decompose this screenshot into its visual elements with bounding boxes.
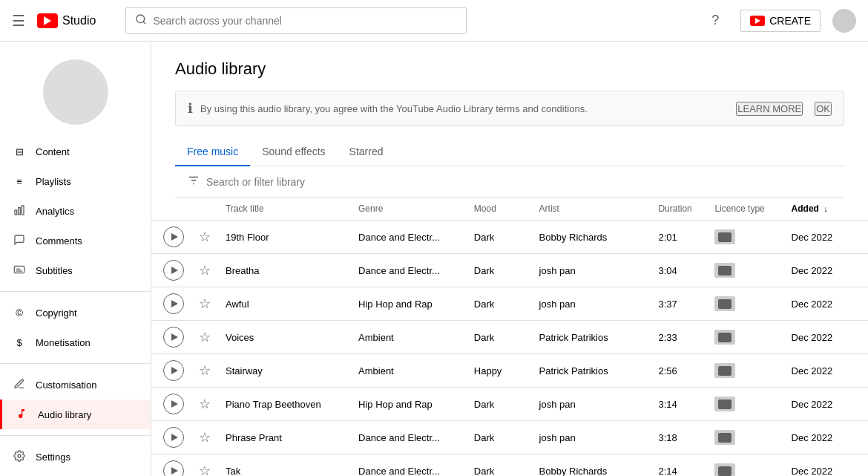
customisation-icon [12,378,27,392]
track-genre: Dance and Electr... [352,421,468,454]
header: ☰ Studio ? CREATE [0,0,868,42]
sidebar-label-audio-library: Audio library [38,409,91,420]
tracks-table-body: ☆ 19th Floor Dance and Electr... Dark Bo… [151,221,868,477]
track-artist: Bobby Richards [533,454,653,477]
track-license [708,321,785,354]
track-mood: Dark [468,388,533,421]
play-button[interactable] [163,360,184,381]
help-button[interactable]: ? [702,7,729,34]
yt-license-badge [714,363,735,378]
star-cell: ☆ [190,287,220,321]
play-button[interactable] [163,327,184,348]
notice-bar: ℹ By using this audio library, you agree… [175,91,844,126]
star-button[interactable]: ☆ [196,295,214,313]
menu-toggle[interactable]: ☰ [12,12,25,30]
settings-icon [12,450,27,464]
track-mood: Dark [468,221,533,254]
sidebar-avatar[interactable] [43,59,108,125]
track-added: Dec 2022 [786,287,868,321]
play-button[interactable] [163,460,184,476]
track-mood: Happy [468,354,533,388]
sidebar-label-analytics: Analytics [36,206,74,217]
analytics-icon [12,204,27,218]
sidebar-divider-1 [0,291,151,292]
star-cell: ☆ [190,421,220,454]
track-artist: Patrick Patrikios [533,354,653,388]
play-button[interactable] [163,293,184,314]
sidebar-item-subtitles[interactable]: Subtitles [0,255,151,285]
svg-rect-4 [22,206,24,215]
col-mood: Mood [468,198,533,221]
audio-library-icon [14,408,29,422]
learn-more-button[interactable]: LEARN MORE [736,102,803,116]
yt-badge-inner [718,232,731,242]
track-genre: Hip Hop and Rap [352,388,468,421]
sidebar: ⊟ Content ≡ Playlists Analytics Comments… [0,42,151,476]
col-duration: Duration [652,198,708,221]
search-input[interactable] [153,15,457,27]
tab-sound-effects[interactable]: Sound effects [250,138,337,166]
tab-starred[interactable]: Starred [338,138,395,166]
track-mood: Dark [468,321,533,354]
sort-arrow-icon: ↓ [823,204,828,213]
sidebar-item-customisation[interactable]: Customisation [0,370,151,400]
sidebar-label-playlists: Playlists [36,176,71,187]
sidebar-item-monetisation[interactable]: $ Monetisation [0,327,151,357]
yt-license-badge [714,330,735,345]
star-cell: ☆ [190,254,220,287]
play-button[interactable] [163,260,184,281]
sidebar-item-send-feedback[interactable]: Send feedback [0,472,151,476]
track-duration: 2:01 [652,221,708,254]
star-button[interactable]: ☆ [196,362,214,379]
track-artist: josh pan [533,254,653,287]
sidebar-item-content[interactable]: ⊟ Content [0,137,151,166]
track-duration: 2:33 [652,321,708,354]
star-button[interactable]: ☆ [196,395,214,413]
tracks-table-wrapper: Track title Genre Mood Artist Duration L… [151,198,868,476]
track-title: 19th Floor [220,221,352,254]
ok-button[interactable]: OK [815,102,832,116]
create-icon [750,16,765,26]
star-button[interactable]: ☆ [196,261,214,279]
sidebar-item-analytics[interactable]: Analytics [0,196,151,226]
svg-rect-3 [19,207,21,214]
track-duration: 3:18 [652,421,708,454]
play-button[interactable] [163,226,184,247]
star-button[interactable]: ☆ [196,428,214,446]
track-title: Phrase Prant [220,421,352,454]
track-license [708,221,785,254]
sidebar-item-audio-library[interactable]: Audio library [0,400,151,429]
svg-rect-2 [15,210,17,215]
play-button[interactable] [163,427,184,448]
filter-input[interactable] [206,176,832,188]
table-row: ☆ Piano Trap Beethoven Hip Hop and Rap D… [151,388,868,421]
star-cell: ☆ [190,321,220,354]
track-artist: josh pan [533,421,653,454]
track-mood: Dark [468,454,533,477]
yt-badge-inner [718,400,731,409]
star-button[interactable]: ☆ [196,228,214,246]
tab-free-music[interactable]: Free music [175,138,250,166]
track-added: Dec 2022 [786,388,868,421]
star-button[interactable]: ☆ [196,462,214,476]
sidebar-item-comments[interactable]: Comments [0,226,151,255]
monetisation-icon: $ [12,337,27,348]
track-artist: Bobby Richards [533,221,653,254]
sidebar-item-settings[interactable]: Settings [0,442,151,472]
star-cell: ☆ [190,388,220,421]
search-bar[interactable] [125,7,467,34]
col-added[interactable]: Added ↓ [786,198,868,221]
star-cell: ☆ [190,454,220,477]
play-button[interactable] [163,394,184,414]
logo[interactable]: Studio [37,13,96,28]
star-button[interactable]: ☆ [196,328,214,346]
track-added: Dec 2022 [786,421,868,454]
sidebar-item-copyright[interactable]: © Copyright [0,298,151,327]
track-title: Breatha [220,254,352,287]
avatar[interactable] [832,9,856,33]
create-button[interactable]: CREATE [740,10,821,32]
sidebar-item-playlists[interactable]: ≡ Playlists [0,166,151,196]
col-license: Licence type [708,198,785,221]
track-duration: 3:04 [652,254,708,287]
copyright-icon: © [12,307,27,319]
